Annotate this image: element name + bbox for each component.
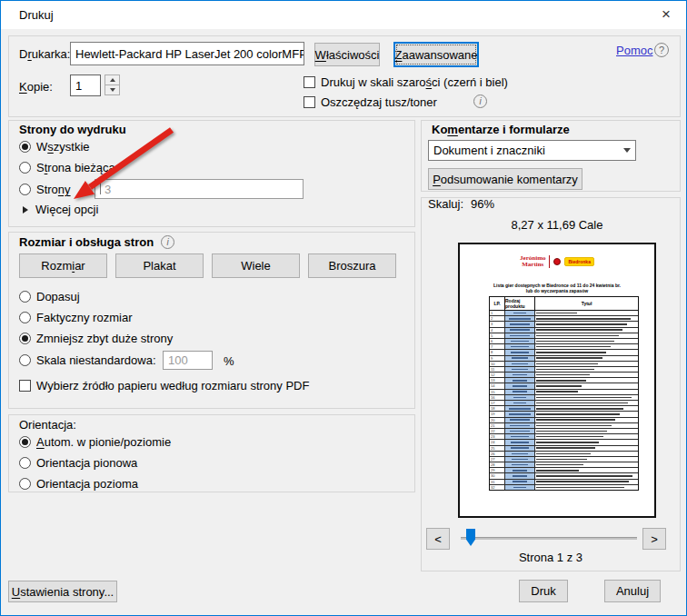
document-table-header: LP. Rodzaj produktu Tytuł [490, 297, 638, 311]
orientation-auto-radio-row[interactable]: Autom. w pionie/poziomie [19, 435, 171, 449]
document-table: LP. Rodzaj produktu Tytuł 12345678910111… [489, 296, 639, 491]
pages-range-hint: 3 [105, 183, 111, 196]
pages-all-radio[interactable] [19, 141, 31, 153]
orientation-auto-radio[interactable] [19, 436, 31, 448]
orientation-landscape-radio[interactable] [19, 478, 31, 490]
page-setup-button[interactable]: Ustawienia strony... [8, 581, 117, 602]
chevron-down-icon [623, 148, 631, 153]
scale-value: 96% [471, 197, 494, 211]
grayscale-checkbox-row[interactable]: Drukuj w skali szarości (czerń i biel) [304, 75, 508, 89]
custom-scale-radio-row[interactable]: Skala niestandardowa: [19, 353, 156, 367]
save-toner-checkbox-row[interactable]: Oszczędzaj tusz/toner [304, 95, 437, 109]
comments-group-title: Komentarze i formularze [432, 123, 570, 136]
grayscale-label: Drukuj w skali szarości (czerń i biel) [321, 75, 508, 89]
more-options-toggle[interactable]: Więcej opcji [23, 203, 98, 216]
percent-sign: % [224, 354, 234, 368]
actual-size-radio[interactable] [19, 312, 31, 323]
close-icon[interactable]: × [653, 5, 679, 25]
orientation-portrait-radio[interactable] [19, 457, 31, 469]
pages-range-radio[interactable] [19, 184, 31, 195]
printer-select[interactable]: Hewlett-Packard HP LaserJet 200 colorMFP… [70, 42, 304, 65]
fit-radio[interactable] [19, 291, 31, 303]
next-page-button[interactable]: > [642, 528, 666, 550]
table-header-title: Tytuł [535, 297, 638, 310]
custom-scale-value: 100 [168, 353, 188, 367]
properties-button[interactable]: Właściwości [314, 43, 380, 66]
printer-select-value: Hewlett-Packard HP LaserJet 200 colorMFP… [75, 47, 304, 61]
prev-arrow-glyph: < [434, 532, 442, 546]
orientation-auto-label: Autom. w pionie/poziomie [36, 435, 171, 449]
logo-text: Jerónimo Martins [520, 255, 545, 268]
scale-row: Skaluj: 96% [428, 197, 494, 211]
orientation-landscape-radio-row[interactable]: Orientacja pozioma [19, 477, 138, 491]
preview-table-row: 32 [490, 485, 638, 490]
preview-page: Jerónimo Martins Biedronka Lista gier do… [458, 243, 656, 518]
fit-radio-row[interactable]: Dopasuj [19, 290, 80, 303]
advanced-button[interactable]: Zaawansowane [393, 42, 479, 67]
pages-group-title: Strony do wydruku [19, 123, 126, 136]
logo-badge: Biedronka [564, 257, 593, 266]
copies-label: Kopie: [19, 80, 53, 94]
prev-page-button[interactable]: < [426, 528, 450, 550]
cancel-button[interactable]: Anuluj [604, 580, 661, 602]
advanced-button-label: Zaawansowane [394, 48, 477, 62]
sizing-info-icon[interactable]: i [161, 235, 174, 249]
save-toner-checkbox[interactable] [304, 96, 315, 108]
fit-label: Dopasuj [36, 290, 80, 303]
ladybug-icon [553, 258, 561, 265]
logo-divider [549, 255, 550, 268]
sizing-group-title: Rozmiar i obsługa stron [19, 235, 154, 249]
multiple-button[interactable]: Wiele [212, 253, 300, 278]
paper-source-checkbox[interactable] [19, 380, 31, 392]
custom-scale-input[interactable]: 100 [163, 351, 213, 370]
copies-input[interactable]: 1 [70, 75, 101, 96]
size-button[interactable]: Rozmiar [19, 253, 107, 278]
orientation-title: Orientacja: [19, 418, 76, 432]
comments-select-value: Dokument i znaczniki [433, 144, 545, 157]
shrink-radio[interactable] [19, 333, 31, 344]
multiple-button-label: Wiele [241, 259, 271, 273]
comments-select[interactable]: Dokument i znaczniki [428, 140, 636, 161]
orientation-portrait-radio-row[interactable]: Orientacja pionowa [19, 456, 137, 470]
table-header-type: Rodzaj produktu [505, 297, 535, 310]
booklet-button[interactable]: Broszura [308, 253, 396, 278]
help-link[interactable]: Pomoc [616, 44, 652, 57]
printer-label: Drukarka: [19, 47, 70, 61]
shrink-label: Zmniejsz zbyt duże strony [36, 332, 173, 345]
toner-info-icon[interactable]: i [473, 94, 487, 108]
copies-stepper[interactable] [105, 75, 120, 95]
scale-label: Skaluj: [428, 197, 463, 211]
document-logo: Jerónimo Martins Biedronka [460, 255, 654, 268]
pages-range-radio-row[interactable]: Strony [19, 183, 71, 196]
pages-all-radio-row[interactable]: Wszystkie [19, 140, 90, 154]
booklet-button-label: Broszura [328, 259, 375, 273]
summarize-comments-button[interactable]: Podsumowanie komentarzy [428, 168, 582, 190]
shrink-radio-row[interactable]: Zmniejsz zbyt duże strony [19, 332, 173, 345]
grayscale-checkbox[interactable] [304, 76, 315, 88]
actual-size-radio-row[interactable]: Faktyczny rozmiar [19, 311, 132, 324]
custom-scale-radio[interactable] [19, 354, 31, 366]
print-button-label: Druk [531, 584, 555, 598]
orientation-landscape-label: Orientacja pozioma [36, 477, 138, 491]
page-setup-label: Ustawienia strony... [12, 585, 114, 599]
page-slider-track[interactable] [461, 537, 637, 540]
cancel-button-label: Anuluj [616, 584, 649, 598]
dialog-title: Drukuj [19, 8, 54, 22]
pages-current-radio-row[interactable]: Strona bieżąca [19, 161, 115, 174]
print-button[interactable]: Druk [519, 580, 568, 602]
page-dimensions: 8,27 x 11,69 Cale [458, 218, 656, 232]
table-header-lp: LP. [490, 297, 505, 310]
summarize-comments-label: Podsumowanie komentarzy [433, 173, 578, 186]
orientation-portrait-label: Orientacja pionowa [36, 456, 137, 470]
help-question-icon[interactable]: ? [654, 43, 669, 57]
actual-size-label: Faktyczny rozmiar [36, 311, 132, 324]
paper-source-checkbox-row[interactable]: Wybierz źródło papieru według rozmiaru s… [19, 379, 309, 392]
poster-button[interactable]: Plakat [115, 253, 204, 278]
stepper-down-icon[interactable] [105, 84, 120, 95]
document-title: Lista gier dostępnych w Biedronce od 11 … [460, 283, 654, 293]
more-options-label: Więcej opcji [35, 203, 98, 216]
print-dialog: Drukuj × Drukarka: Hewlett-Packard HP La… [0, 0, 687, 616]
pages-range-input[interactable]: 3 [95, 179, 304, 199]
pages-current-label: Strona bieżąca [36, 161, 115, 174]
pages-current-radio[interactable] [19, 162, 31, 174]
